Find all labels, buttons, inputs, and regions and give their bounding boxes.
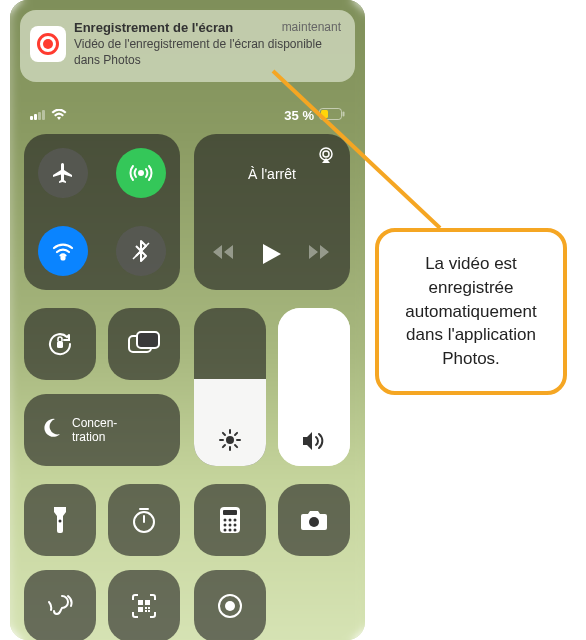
airplay-icon[interactable] (316, 146, 336, 168)
svg-point-3 (139, 171, 143, 175)
battery-text: 35 % (284, 108, 314, 123)
timer-button[interactable] (108, 484, 180, 556)
svg-point-30 (229, 524, 232, 527)
next-track-icon[interactable] (309, 244, 331, 268)
battery-icon (319, 108, 345, 123)
status-bar: 35 % (10, 104, 365, 126)
svg-line-17 (235, 445, 237, 447)
flashlight-button[interactable] (24, 484, 96, 556)
volume-slider[interactable] (278, 308, 350, 466)
phone-screen: Enregistrement de l'écran maintenant Vid… (10, 0, 365, 640)
svg-line-18 (223, 445, 225, 447)
orientation-lock-button[interactable] (24, 308, 96, 380)
svg-rect-39 (145, 607, 147, 609)
calculator-button[interactable] (194, 484, 266, 556)
svg-rect-40 (148, 607, 150, 609)
cellular-data-button[interactable] (116, 148, 166, 198)
svg-rect-10 (137, 332, 159, 348)
svg-point-4 (62, 257, 65, 260)
screen-mirroring-button[interactable] (108, 308, 180, 380)
screen-record-button[interactable] (194, 570, 266, 640)
connectivity-group (24, 134, 180, 290)
svg-rect-38 (138, 607, 143, 612)
svg-rect-42 (148, 610, 150, 612)
play-icon[interactable] (263, 244, 281, 268)
notification-body: Vidéo de l'enregistrement de l'écran dis… (74, 37, 341, 68)
svg-rect-25 (223, 510, 237, 515)
svg-rect-2 (343, 111, 345, 116)
svg-point-32 (224, 529, 227, 532)
svg-line-16 (223, 433, 225, 435)
svg-point-31 (234, 524, 237, 527)
svg-line-19 (235, 433, 237, 435)
svg-rect-41 (145, 610, 147, 612)
svg-point-11 (226, 436, 234, 444)
annotation-callout: La vidéo est enregistrée automatiquement… (375, 228, 567, 395)
previous-track-icon[interactable] (213, 244, 235, 268)
svg-rect-8 (57, 341, 63, 348)
moon-icon (40, 417, 62, 443)
airplane-mode-button[interactable] (38, 148, 88, 198)
svg-point-29 (224, 524, 227, 527)
focus-mode-button[interactable]: Concen- tration (24, 394, 180, 466)
record-icon (30, 26, 66, 62)
signal-icon (30, 108, 46, 123)
volume-icon (278, 430, 350, 452)
svg-rect-37 (145, 600, 150, 605)
svg-point-28 (234, 519, 237, 522)
svg-point-44 (225, 601, 235, 611)
svg-rect-1 (321, 110, 328, 118)
svg-point-26 (224, 519, 227, 522)
qr-scan-button[interactable] (108, 570, 180, 640)
brightness-icon (194, 428, 266, 452)
callout-text: La vidéo est enregistrée automatiquement… (405, 254, 536, 368)
hearing-button[interactable] (24, 570, 96, 640)
notification-time: maintenant (282, 20, 341, 34)
media-player[interactable]: À l'arrêt (194, 134, 350, 290)
wifi-button[interactable] (38, 226, 88, 276)
control-center: À l'arrêt Concen- tr (24, 134, 351, 630)
brightness-slider[interactable] (194, 308, 266, 466)
camera-button[interactable] (278, 484, 350, 556)
svg-point-33 (229, 529, 232, 532)
bluetooth-button[interactable] (116, 226, 166, 276)
screen-recording-notification[interactable]: Enregistrement de l'écran maintenant Vid… (20, 10, 355, 82)
focus-label: Concen- tration (72, 416, 117, 445)
media-title: À l'arrêt (194, 166, 350, 182)
svg-point-34 (234, 529, 237, 532)
svg-rect-36 (138, 600, 143, 605)
svg-point-27 (229, 519, 232, 522)
wifi-icon (51, 109, 67, 121)
svg-point-6 (323, 151, 329, 157)
svg-point-20 (59, 520, 62, 523)
svg-point-35 (309, 517, 319, 527)
